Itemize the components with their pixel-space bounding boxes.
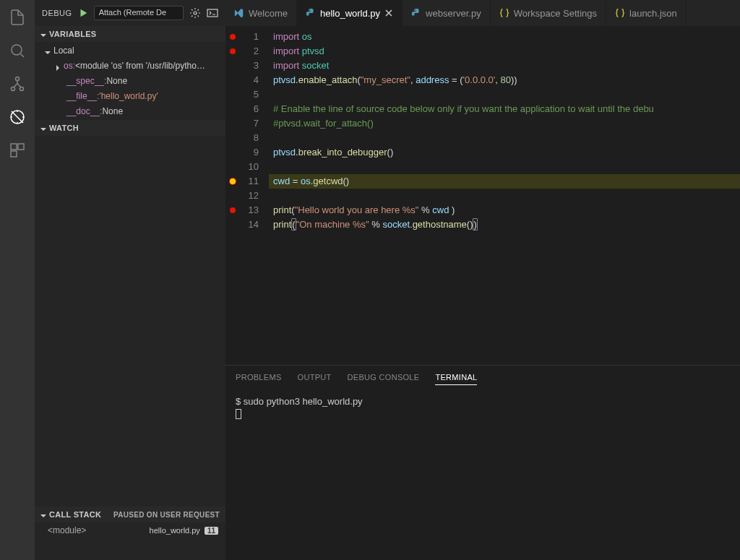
frame-name: <module> (48, 525, 86, 535)
watch-header[interactable]: WATCH (35, 120, 225, 136)
editor-area: Welcomehello_world.pywebserver.pyWorkspa… (225, 0, 740, 560)
json-icon (499, 8, 509, 18)
variable-row[interactable]: __file__: 'hello_world.py' (35, 88, 225, 103)
svg-point-1 (16, 77, 20, 81)
terminal-body[interactable]: $ sudo python3 hello_world.py (225, 392, 740, 560)
code-body[interactable]: import osimport ptvsdimport socketptvsd.… (269, 26, 740, 365)
tab-label: launch.json (629, 8, 677, 19)
tab-launch-json[interactable]: launch.json (606, 0, 687, 26)
tab-label: webserver.py (426, 8, 481, 19)
svg-point-8 (194, 12, 197, 14)
variables-body: Local os: <module 'os' from '/usr/lib/py… (35, 42, 225, 120)
callstack-label: CALL STACK (49, 510, 101, 519)
debug-config-select[interactable]: Attach (Remote De (94, 6, 184, 20)
svg-rect-9 (207, 9, 218, 17)
debug-icon[interactable] (7, 107, 27, 127)
extensions-icon[interactable] (7, 140, 27, 160)
git-icon[interactable] (7, 74, 27, 94)
code-editor[interactable]: 1234567891011121314 import osimport ptvs… (225, 26, 740, 365)
svg-rect-7 (11, 151, 17, 157)
tab-label: Workspace Settings (514, 8, 597, 19)
panel-tab-terminal[interactable]: TERMINAL (435, 373, 477, 385)
panel-tab-output[interactable]: OUTPUT (298, 373, 332, 384)
python-icon (306, 8, 316, 18)
panel-tab-debug-console[interactable]: DEBUG CONSOLE (348, 373, 420, 384)
callstack-frame[interactable]: <module> hello_world.py 11 (35, 522, 225, 538)
svg-rect-6 (18, 144, 24, 150)
activity-bar (0, 0, 35, 560)
debug-sidebar: DEBUG Attach (Remote De VARIABLES Local … (35, 0, 225, 560)
callstack-status: PAUSED ON USER REQUEST (113, 511, 220, 519)
variable-row[interactable]: __doc__: None (35, 103, 225, 119)
tab-webserver-py[interactable]: webserver.py (403, 0, 491, 26)
svg-rect-5 (11, 144, 17, 150)
close-icon[interactable] (384, 9, 393, 17)
local-label: Local (53, 46, 74, 56)
local-scope[interactable]: Local (35, 43, 225, 58)
panel-tabs: PROBLEMSOUTPUTDEBUG CONSOLETERMINAL (225, 366, 740, 392)
variable-row[interactable]: __spec__: None (35, 73, 225, 88)
tab-hello_world-py[interactable]: hello_world.py (297, 0, 403, 26)
gear-icon[interactable] (189, 7, 201, 19)
watch-label: WATCH (49, 124, 79, 132)
callstack-header[interactable]: CALL STACK PAUSED ON USER REQUEST (35, 507, 225, 522)
editor-tabs: Welcomehello_world.pywebserver.pyWorkspa… (225, 0, 740, 26)
files-icon[interactable] (7, 7, 27, 27)
debug-console-icon[interactable] (207, 7, 218, 19)
tab-label: hello_world.py (320, 8, 380, 19)
frame-file: hello_world.py (150, 526, 200, 535)
play-icon[interactable] (78, 8, 88, 18)
gutter[interactable]: 1234567891011121314 (225, 26, 269, 365)
tab-label: Welcome (249, 8, 288, 19)
debug-label: DEBUG (42, 9, 72, 17)
tab-welcome[interactable]: Welcome (225, 0, 297, 26)
chevron-down-icon (45, 48, 51, 53)
search-icon[interactable] (7, 40, 27, 61)
svg-point-0 (12, 45, 22, 55)
chevron-down-icon (40, 512, 46, 517)
chevron-down-icon (40, 31, 46, 37)
chevron-down-icon (40, 125, 46, 131)
variables-label: VARIABLES (49, 30, 96, 38)
bottom-panel: PROBLEMSOUTPUTDEBUG CONSOLETERMINAL $ su… (225, 365, 740, 560)
python-icon (411, 8, 421, 18)
variables-header[interactable]: VARIABLES (35, 26, 225, 42)
variable-row[interactable]: os: <module 'os' from '/usr/lib/pytho… (35, 58, 225, 73)
vscode-icon (234, 8, 244, 18)
panel-tab-problems[interactable]: PROBLEMS (236, 373, 282, 384)
json-icon (615, 8, 625, 18)
tab-workspace-settings[interactable]: Workspace Settings (491, 0, 606, 26)
frame-line: 11 (205, 527, 218, 535)
